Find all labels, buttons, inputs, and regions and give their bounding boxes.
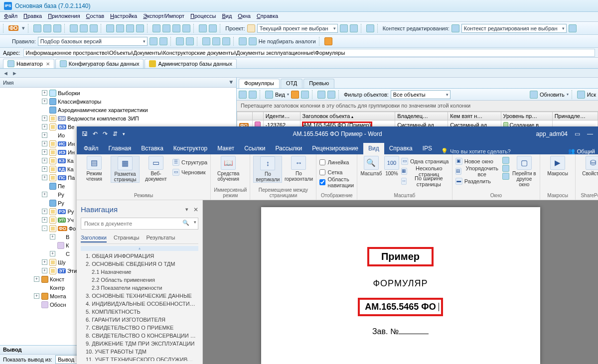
tool-icon[interactable] bbox=[43, 24, 51, 32]
tool-icon[interactable] bbox=[239, 37, 247, 45]
refresh-button[interactable]: Обновить bbox=[540, 92, 565, 98]
switch-window-button[interactable]: ▢Перейти в другое окно bbox=[511, 156, 537, 187]
mail-icon[interactable] bbox=[247, 24, 255, 32]
page-width-button[interactable]: ↔По ширине страницы bbox=[401, 177, 449, 186]
tool-icon[interactable] bbox=[159, 37, 167, 45]
learning-tools-button[interactable]: 📖Средства обучения bbox=[214, 156, 243, 182]
outline-button[interactable]: ☰Структура bbox=[172, 158, 207, 167]
expander-icon[interactable]: - bbox=[42, 226, 47, 231]
ribbon-checkbox[interactable]: Сетка bbox=[319, 168, 354, 177]
tool-icon[interactable] bbox=[136, 24, 144, 32]
tool-icon[interactable] bbox=[162, 24, 170, 32]
tool-icon[interactable] bbox=[186, 37, 194, 45]
print-layout-button[interactable]: ▦Разметка страницы bbox=[111, 156, 140, 183]
tool-icon[interactable] bbox=[317, 91, 325, 99]
tool-icon[interactable] bbox=[150, 37, 157, 45]
expander-icon[interactable]: + bbox=[42, 158, 47, 163]
properties-button[interactable]: ⛁Свойства bbox=[579, 156, 598, 176]
menu-item[interactable]: Файл bbox=[4, 13, 17, 20]
tool-icon[interactable] bbox=[90, 24, 98, 32]
expander-icon[interactable]: + bbox=[50, 251, 55, 256]
view-label[interactable]: Вид bbox=[275, 92, 285, 98]
word-tab[interactable]: Справка bbox=[384, 143, 418, 154]
column-header[interactable]: Владелец… bbox=[395, 112, 448, 121]
expander-icon[interactable]: + bbox=[42, 132, 47, 138]
tool-icon[interactable] bbox=[116, 24, 124, 32]
tool-icon[interactable] bbox=[249, 91, 257, 99]
word-tab[interactable]: Главная bbox=[104, 143, 137, 154]
toc-item[interactable]: 5. КОМПЛЕКТНОСТЬ bbox=[81, 308, 198, 316]
column-header[interactable] bbox=[237, 112, 253, 121]
expander-icon[interactable]: + bbox=[50, 234, 55, 240]
close-icon[interactable]: ✕ bbox=[46, 61, 50, 67]
expander-icon[interactable]: + bbox=[42, 166, 47, 172]
tool-icon[interactable] bbox=[212, 37, 220, 45]
toc-item[interactable]: 9. ДВИЖЕНИЕ ТДМ ПРИ ЭКСПЛУАТАЦИИ bbox=[81, 340, 198, 348]
toc-item[interactable]: 10. УЧЕТ РАБОТЫ ТДМ bbox=[81, 348, 198, 356]
tree-header[interactable]: Имя bbox=[0, 78, 236, 88]
tree-node[interactable]: +Классификаторы bbox=[2, 97, 236, 106]
tool-icon[interactable] bbox=[126, 24, 134, 32]
toc-item[interactable]: 3. ОСНОВНЫЕ ТЕХНИЧЕСКИЕ ДАННЫЕ bbox=[81, 292, 198, 300]
column-header[interactable] bbox=[252, 112, 263, 121]
nav-tab[interactable]: Страницы bbox=[114, 234, 140, 243]
grid-tab[interactable]: Превью bbox=[303, 79, 334, 88]
vertical-scroll-button[interactable]: ↕По вертикали bbox=[253, 156, 282, 183]
tool-icon[interactable] bbox=[80, 24, 88, 32]
menu-item[interactable]: Процессы bbox=[190, 13, 216, 20]
toc-item[interactable]: 7. СВИДЕТЕЛЬСТВО О ПРИЕМКЕ bbox=[81, 324, 198, 332]
nav-tabs[interactable]: ЗаголовкиСтраницыРезультаты bbox=[81, 234, 198, 244]
one-page-button[interactable]: ▭Одна страница bbox=[401, 157, 449, 166]
ribbon-collapse-icon[interactable]: ▭ bbox=[575, 130, 580, 137]
menu-item[interactable]: Окна bbox=[238, 13, 251, 20]
tool-icon[interactable] bbox=[327, 91, 335, 99]
grid-tabs[interactable]: ФормулярыОТДПревью bbox=[237, 78, 598, 89]
tool-icon[interactable] bbox=[176, 37, 184, 45]
tool-icon[interactable] bbox=[301, 91, 309, 99]
word-tab[interactable]: Рассылки bbox=[270, 143, 307, 154]
project-combo[interactable]: Текущий проект не выбран bbox=[257, 24, 338, 33]
nav-back-icon[interactable]: ◄ bbox=[3, 70, 8, 76]
column-header[interactable]: Кем взят н… bbox=[448, 112, 501, 121]
new-window-button[interactable]: ▣Новое окно bbox=[455, 157, 501, 166]
multi-page-button[interactable]: ▦Несколько страниц bbox=[401, 167, 449, 176]
menu-bar[interactable]: ФайлПравкаПриложенияСоставНастройкаЭкспо… bbox=[0, 12, 598, 22]
expander-icon[interactable]: + bbox=[42, 192, 47, 197]
tool-icon[interactable] bbox=[340, 24, 348, 32]
toc-item[interactable]: 11. УЧЕТ ТЕХНИЧЕСКОГО ОБСЛУЖИВАНИЯ bbox=[81, 356, 198, 361]
word-tab[interactable]: Файл bbox=[79, 143, 104, 154]
tree-node[interactable]: Аэродинамические характеристики bbox=[2, 106, 236, 114]
tool-icon[interactable] bbox=[265, 91, 273, 99]
nav-toc[interactable]: ▴ 1. ОБЩАЯ ИНФОРМАЦИЯ2. ОСНОВНЫЕ СВЕДЕНИ… bbox=[81, 246, 198, 361]
qat-more-icon[interactable]: ▾ bbox=[123, 131, 125, 136]
menu-item[interactable]: Вид bbox=[222, 13, 232, 20]
search-button[interactable]: Иск bbox=[587, 92, 596, 98]
tool-icon[interactable] bbox=[249, 37, 257, 45]
toc-item[interactable]: 8. СВИДЕТЕЛЬСТВО О КОНСЕРВАЦИИ И УПАКО… bbox=[81, 332, 198, 340]
tool-icon[interactable] bbox=[291, 91, 299, 99]
document-tabs[interactable]: Навигатор✕Конфигуратор базы данныхАдмини… bbox=[0, 58, 598, 69]
win-icon[interactable] bbox=[502, 157, 509, 164]
word-tabs[interactable]: ФайлГлавнаяВставкаКонструкторМакетСсылки… bbox=[77, 141, 598, 154]
tool-icon[interactable] bbox=[106, 24, 114, 32]
word-tab[interactable]: Конструктор bbox=[168, 143, 212, 154]
menu-item[interactable]: Экспорт/Импорт bbox=[143, 13, 184, 20]
expander-icon[interactable]: + bbox=[42, 90, 47, 96]
read-mode-button[interactable]: ▤Режим чтения bbox=[80, 156, 109, 182]
rule-combo[interactable]: Подбор базовых версий bbox=[38, 37, 148, 46]
toc-item[interactable]: 2.3 Показатели надежности bbox=[81, 284, 198, 292]
search-icon[interactable] bbox=[577, 91, 585, 99]
close-icon[interactable]: ✕ bbox=[193, 206, 198, 213]
toc-grip[interactable]: ▴ bbox=[81, 246, 198, 251]
expander-icon[interactable]: + bbox=[34, 293, 39, 299]
menu-item[interactable]: Справка bbox=[257, 13, 278, 20]
expander-icon[interactable]: + bbox=[42, 217, 47, 223]
grid-tab[interactable]: ОТД bbox=[281, 79, 302, 88]
arrange-all-button[interactable]: ▤Упорядочить все bbox=[455, 167, 501, 176]
menu-item[interactable]: Настройка bbox=[110, 13, 137, 20]
expander-icon[interactable]: + bbox=[42, 209, 47, 214]
web-layout-button[interactable]: ▭Веб-документ bbox=[142, 156, 170, 182]
ribbon-checkbox[interactable]: Линейка bbox=[319, 158, 354, 167]
tool-icon[interactable] bbox=[202, 37, 210, 45]
macros-button[interactable]: ▶Макросы bbox=[543, 156, 572, 176]
